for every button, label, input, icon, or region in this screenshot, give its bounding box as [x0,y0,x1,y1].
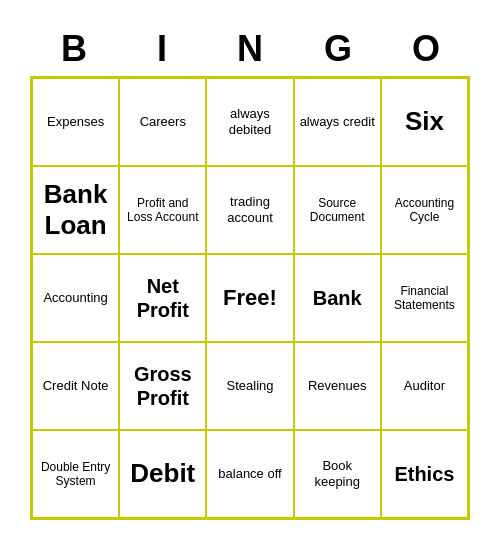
header-letter: B [30,24,118,74]
bingo-cell: Expenses [32,78,119,166]
bingo-cell: Careers [119,78,206,166]
bingo-cell: Auditor [381,342,468,430]
bingo-cell: Book keeping [294,430,381,518]
bingo-cell: Ethics [381,430,468,518]
bingo-card: BINGO ExpensesCareersalways debitedalway… [20,14,480,530]
header-letter: O [382,24,470,74]
bingo-cell: Accounting [32,254,119,342]
header-letter: N [206,24,294,74]
bingo-cell: Source Document [294,166,381,254]
bingo-cell: Double Entry System [32,430,119,518]
bingo-cell: trading account [206,166,293,254]
bingo-cell: always debited [206,78,293,166]
bingo-cell: Bank [294,254,381,342]
bingo-cell: Free! [206,254,293,342]
bingo-cell: always credit [294,78,381,166]
bingo-header: BINGO [30,24,470,74]
bingo-cell: Bank Loan [32,166,119,254]
bingo-cell: Financial Statements [381,254,468,342]
bingo-cell: Gross Profit [119,342,206,430]
bingo-cell: Six [381,78,468,166]
bingo-cell: Accounting Cycle [381,166,468,254]
bingo-cell: Debit [119,430,206,518]
bingo-grid: ExpensesCareersalways debitedalways cred… [30,76,470,520]
bingo-cell: Net Profit [119,254,206,342]
bingo-cell: Stealing [206,342,293,430]
bingo-cell: Revenues [294,342,381,430]
bingo-cell: Credit Note [32,342,119,430]
header-letter: G [294,24,382,74]
bingo-cell: Profit and Loss Account [119,166,206,254]
header-letter: I [118,24,206,74]
bingo-cell: balance off [206,430,293,518]
